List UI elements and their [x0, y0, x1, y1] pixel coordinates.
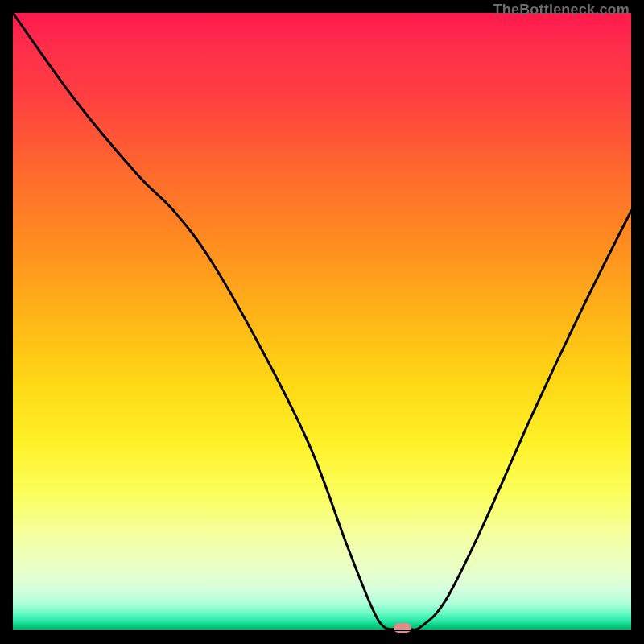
plot-area: [13, 13, 631, 631]
attribution-watermark: TheBottleneck.com: [493, 2, 630, 19]
optimal-marker: [394, 623, 411, 633]
chart-stage: TheBottleneck.com: [0, 0, 644, 644]
bottleneck-curve: [13, 13, 631, 631]
